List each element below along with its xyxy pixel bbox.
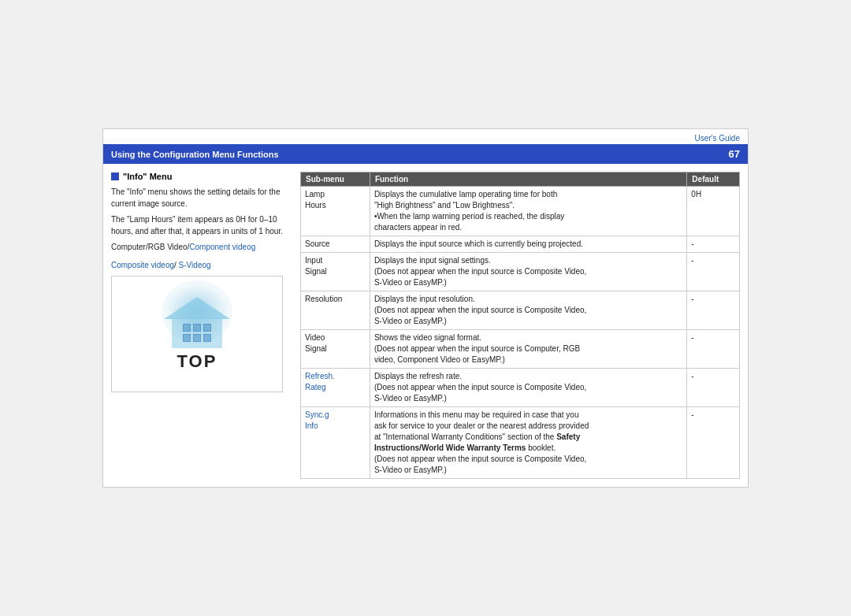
composite-line: Composite videog/ S-Videog <box>111 259 292 271</box>
svideo-link[interactable]: S-Videog <box>179 261 211 269</box>
function-video-signal: Shows the video signal format. (Does not… <box>370 330 686 369</box>
default-video-signal: - <box>687 330 740 369</box>
table-row: Refresh.Rateg Displays the refresh rate.… <box>301 369 740 407</box>
bullet-1: The "Info" menu shows the setting detail… <box>111 186 292 210</box>
page-container: User's Guide Using the Configuration Men… <box>102 128 749 488</box>
submenu-source: Source <box>301 236 370 253</box>
col-function: Function <box>370 173 686 187</box>
users-guide-link[interactable]: User's Guide <box>103 129 748 144</box>
submenu-resolution: Resolution <box>301 291 370 330</box>
default-lamp-hours: 0H <box>687 187 740 236</box>
top-image-content: TOP <box>112 276 282 391</box>
function-resolution: Displays the input resolution. (Does not… <box>370 291 686 330</box>
submenu-refresh-rate: Refresh.Rateg <box>301 369 370 407</box>
function-lamp-hours: Displays the cumulative lamp operating t… <box>370 187 686 236</box>
function-source: Displays the input source which is curre… <box>370 236 686 253</box>
default-resolution: - <box>687 291 740 330</box>
left-panel: "Info" Menu The "Info" menu shows the se… <box>111 172 292 479</box>
table-row: Source Displays the input source which i… <box>301 236 740 253</box>
top-label: TOP <box>177 351 217 372</box>
default-input-signal: - <box>687 253 740 291</box>
header-bar: Using the Configuration Menu Functions 6… <box>103 144 748 164</box>
house-grid <box>183 324 211 342</box>
bullet-2: The "Lamp Hours" item appears as 0H for … <box>111 213 292 237</box>
table-row: LampHours Displays the cumulative lamp o… <box>301 187 740 236</box>
component-video-link[interactable]: Component videog <box>189 243 255 251</box>
table-header-row: Sub-menu Function Default <box>301 173 740 187</box>
table-row: Sync.gInfo Informations in this menu may… <box>301 407 740 479</box>
col-submenu: Sub-menu <box>301 173 370 187</box>
table-row: VideoSignal Shows the video signal forma… <box>301 330 740 369</box>
content-area: "Info" Menu The "Info" menu shows the se… <box>103 164 748 487</box>
house-icon <box>165 297 229 348</box>
section-title: "Info" Menu <box>111 172 292 181</box>
table-row: Resolution Displays the input resolution… <box>301 291 740 330</box>
submenu-sync-info: Sync.gInfo <box>301 407 370 479</box>
submenu-input-signal: InputSignal <box>301 253 370 291</box>
table-row: InputSignal Displays the input signal se… <box>301 253 740 291</box>
computer-rgb-line: Computer/RGB Video/Component videog <box>111 241 292 253</box>
default-source: - <box>687 236 740 253</box>
function-refresh-rate: Displays the refresh rate. (Does not app… <box>370 369 686 407</box>
submenu-video-signal: VideoSignal <box>301 330 370 369</box>
page-number: 67 <box>729 148 740 160</box>
top-image-box: TOP <box>111 276 283 392</box>
default-sync-info: - <box>687 407 740 479</box>
col-default: Default <box>687 173 740 187</box>
header-title: Using the Configuration Menu Functions <box>111 150 279 159</box>
info-table: Sub-menu Function Default LampHours Disp… <box>300 172 740 479</box>
house-roof <box>164 297 230 319</box>
submenu-lamp-hours: LampHours <box>301 187 370 236</box>
function-input-signal: Displays the input signal settings. (Doe… <box>370 253 686 291</box>
default-refresh-rate: - <box>687 369 740 407</box>
house-body <box>172 318 222 348</box>
function-sync-info: Informations in this menu may be require… <box>370 407 686 479</box>
composite-link[interactable]: Composite videog <box>111 261 174 269</box>
right-panel: Sub-menu Function Default LampHours Disp… <box>300 172 740 479</box>
section-icon <box>111 173 119 180</box>
